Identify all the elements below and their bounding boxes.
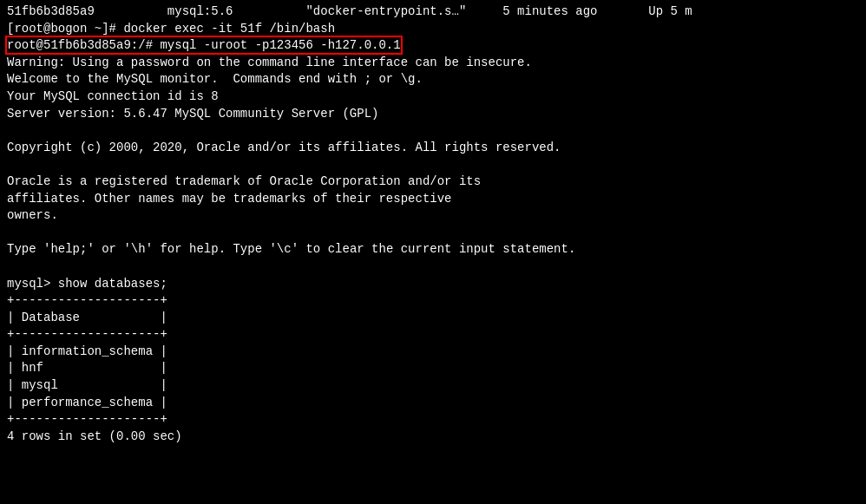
terminal-line: affiliates. Other names may be trademark… bbox=[7, 191, 859, 208]
terminal-line-empty bbox=[7, 122, 859, 140]
terminal-line: [root@bogon ~]# docker exec -it 51f /bin… bbox=[7, 21, 859, 38]
terminal-line: Oracle is a registered trademark of Orac… bbox=[7, 173, 859, 191]
terminal-line: +--------------------+ bbox=[7, 411, 859, 429]
terminal-line: mysql> show databases; bbox=[7, 276, 859, 293]
terminal-line: Your MySQL connection id is 8 bbox=[7, 88, 859, 106]
terminal-line: Welcome to the MySQL monitor. Commands e… bbox=[7, 71, 859, 88]
terminal-line: | mysql | bbox=[7, 377, 859, 395]
terminal-line: | performance_schema | bbox=[7, 395, 859, 412]
terminal-line: +--------------------+ bbox=[7, 326, 859, 344]
terminal-line: owners. bbox=[7, 207, 859, 225]
terminal-line-highlight: root@51fb6b3d85a9:/# mysql -uroot -p1234… bbox=[7, 37, 859, 55]
terminal-line-empty bbox=[7, 259, 859, 276]
terminal-line: Server version: 5.6.47 MySQL Community S… bbox=[7, 106, 859, 123]
terminal-line: +--------------------+ bbox=[7, 292, 859, 310]
terminal-line: Warning: Using a password on the command… bbox=[7, 55, 859, 72]
terminal-window[interactable]: 51fb6b3d85a9 mysql:5.6 "docker-entrypoin… bbox=[0, 0, 866, 504]
terminal-line: Copyright (c) 2000, 2020, Oracle and/or … bbox=[7, 140, 859, 157]
terminal-line: 51fb6b3d85a9 mysql:5.6 "docker-entrypoin… bbox=[7, 3, 859, 21]
terminal-line: | information_schema | bbox=[7, 344, 859, 361]
terminal-line: Type 'help;' or '\h' for help. Type '\c'… bbox=[7, 241, 859, 259]
terminal-line-empty bbox=[7, 156, 859, 173]
terminal-line: | Database | bbox=[7, 310, 859, 327]
or-text: or bbox=[102, 242, 116, 256]
terminal-line-empty bbox=[7, 225, 859, 242]
terminal-line: 4 rows in set (0.00 sec) bbox=[7, 429, 859, 446]
terminal-line: | hnf | bbox=[7, 360, 859, 377]
